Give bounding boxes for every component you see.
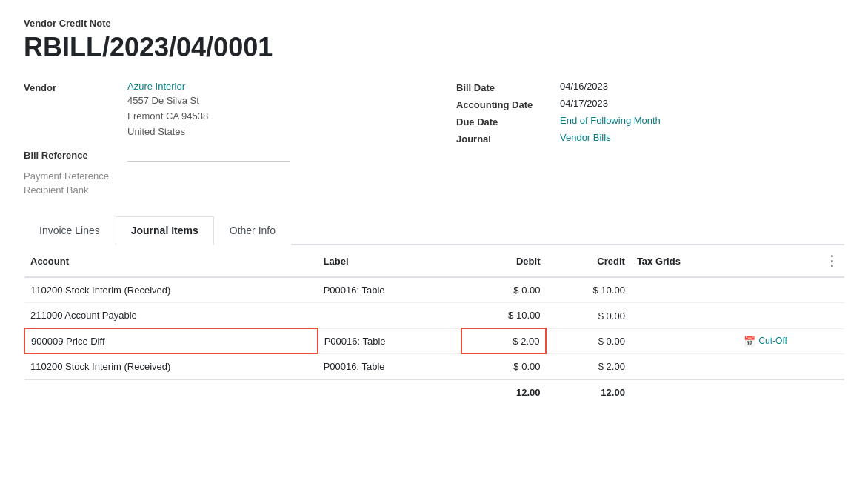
col-account: Account [24, 245, 318, 277]
col-more[interactable]: ⋮ [738, 245, 844, 277]
row2-debit: $ 10.00 [461, 303, 546, 329]
doc-title: RBILL/2023/04/0001 [24, 32, 844, 63]
doc-type: Vendor Credit Note [24, 18, 844, 29]
row3-debit: $ 2.00 [461, 328, 546, 353]
row1-account: 110200 Stock Interim (Received) [24, 277, 318, 303]
due-date-label: Due Date [456, 115, 560, 127]
col-label: Label [318, 245, 461, 277]
table-row: 110200 Stock Interim (Received) P00016: … [24, 353, 844, 379]
accounting-date-value: 04/17/2023 [560, 98, 608, 109]
row3-label: P00016: Table [318, 328, 461, 353]
bill-date-value: 04/16/2023 [560, 81, 608, 92]
vendor-address-line2: Fremont CA 94538 [127, 109, 208, 125]
bill-reference-input[interactable] [127, 148, 290, 162]
tab-invoice-lines[interactable]: Invoice Lines [24, 216, 116, 245]
total-credit: 12.00 [546, 379, 630, 405]
recipient-bank-label: Recipient Bank [24, 185, 142, 196]
row4-credit: $ 2.00 [546, 353, 630, 379]
row3-cutoff[interactable]: 📅 Cut-Off [738, 328, 844, 353]
row2-tax-grids [631, 303, 738, 329]
payment-reference-label: Payment Reference [24, 170, 142, 182]
journal-items-table: Account Label Debit Credit Tax Grids ⋮ 1… [24, 245, 844, 405]
vendor-address-line3: United States [127, 125, 208, 140]
tabs: Invoice Lines Journal Items Other Info [24, 216, 844, 245]
journal-label: Journal [456, 132, 560, 145]
journal-value[interactable]: Vendor Bills [560, 132, 611, 143]
totals-row: 12.00 12.00 [24, 379, 844, 405]
col-tax-grids: Tax Grids [631, 245, 738, 277]
row4-debit: $ 0.00 [461, 353, 546, 379]
row1-label: P00016: Table [318, 277, 461, 303]
row1-debit: $ 0.00 [461, 277, 546, 303]
row4-account: 110200 Stock Interim (Received) [24, 353, 318, 379]
row3-account: 900009 Price Diff [24, 328, 318, 353]
col-debit: Debit [461, 245, 546, 277]
bill-reference-label: Bill Reference [24, 148, 127, 161]
row3-credit: $ 0.00 [546, 328, 630, 353]
due-date-value[interactable]: End of Following Month [560, 115, 661, 126]
row4-tax-grids [631, 353, 738, 379]
cutoff-label: Cut-Off [758, 336, 787, 346]
col-credit: Credit [546, 245, 630, 277]
accounting-date-label: Accounting Date [456, 98, 560, 110]
vendor-name[interactable]: Azure Interior [127, 81, 208, 92]
row3-tax-grids [631, 328, 738, 353]
table-row: 110200 Stock Interim (Received) P00016: … [24, 277, 844, 303]
row4-label: P00016: Table [318, 353, 461, 379]
row2-credit: $ 0.00 [546, 303, 630, 329]
cutoff-calendar-icon: 📅 [744, 336, 755, 347]
row1-credit: $ 10.00 [546, 277, 630, 303]
vendor-label: Vendor [24, 81, 127, 93]
table-row: 211000 Account Payable $ 10.00 $ 0.00 [24, 303, 844, 329]
vendor-address-line1: 4557 De Silva St [127, 93, 208, 109]
form-right: Bill Date 04/16/2023 Accounting Date 04/… [456, 81, 844, 199]
row2-label [318, 303, 461, 329]
form-left: Vendor Azure Interior 4557 De Silva St F… [24, 81, 412, 199]
tab-other-info[interactable]: Other Info [214, 216, 291, 245]
table-row-highlighted: 900009 Price Diff P00016: Table $ 2.00 $… [24, 328, 844, 353]
row2-account: 211000 Account Payable [24, 303, 318, 329]
row1-tax-grids [631, 277, 738, 303]
bill-date-label: Bill Date [456, 81, 560, 93]
tab-journal-items[interactable]: Journal Items [116, 216, 214, 245]
total-debit: 12.00 [461, 379, 546, 405]
